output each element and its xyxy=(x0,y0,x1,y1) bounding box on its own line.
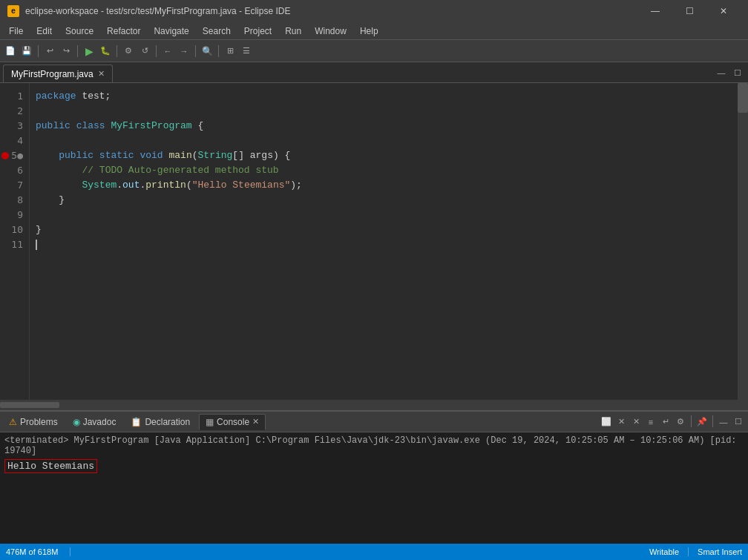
build-button[interactable]: ⚙ xyxy=(121,44,136,59)
status-sep-1 xyxy=(70,547,70,556)
tab-javadoc-label: Javadoc xyxy=(83,417,117,427)
code-content[interactable]: package test; public class MyFirstProgra… xyxy=(30,83,738,400)
undo-button[interactable]: ↩ xyxy=(42,44,57,59)
close-button[interactable]: ✕ xyxy=(706,0,741,22)
toolbar-separator-1 xyxy=(38,45,39,57)
maximize-button[interactable]: ☐ xyxy=(672,0,706,22)
bottom-panel: ⚠ Problems ◉ Javadoc 📋 Declaration ▦ Con… xyxy=(0,410,748,544)
console-clear-button[interactable]: ⬜ xyxy=(600,415,613,429)
menu-file[interactable]: File xyxy=(3,24,29,38)
minimize-button[interactable]: — xyxy=(638,0,672,22)
titlebar: e eclipse-workspace - test/src/test/MyFi… xyxy=(0,0,748,22)
line-num-11: 11 xyxy=(3,237,23,252)
console-scroll-lock[interactable]: ≡ xyxy=(644,415,657,429)
writable-status: Writable xyxy=(649,547,679,556)
editor-area: 1 2 3 4 5● 6 7 8 9 10 11 package test; xyxy=(0,83,748,400)
code-line-5: public static void main(String[] args) { xyxy=(36,148,732,163)
console-copy-button[interactable]: ✕ xyxy=(614,415,628,429)
status-right: Writable Smart Insert xyxy=(649,547,742,556)
code-line-6: // TODO Auto-generated method stub xyxy=(36,163,732,178)
console-pin-button[interactable]: 📌 xyxy=(695,415,709,429)
tab-declaration-label: Declaration xyxy=(145,417,190,427)
editor-vertical-scrollbar[interactable] xyxy=(738,83,748,400)
editor-container: 1 2 3 4 5● 6 7 8 9 10 11 package test; xyxy=(0,83,748,400)
navigate-back[interactable]: ← xyxy=(160,44,175,59)
perspective-button[interactable]: ⊞ xyxy=(223,44,237,59)
breakpoint-5 xyxy=(1,152,9,159)
line-num-9: 9 xyxy=(3,208,23,223)
h-scrollbar-thumb[interactable] xyxy=(0,402,59,408)
line-numbers: 1 2 3 4 5● 6 7 8 9 10 11 xyxy=(0,83,30,400)
insert-mode-status: Smart Insert xyxy=(698,547,742,556)
editor-tab-actions: — ☐ xyxy=(714,65,745,80)
views-button[interactable]: ☰ xyxy=(239,44,254,59)
line-num-8: 8 xyxy=(3,193,23,208)
line-num-10: 10 xyxy=(3,223,23,237)
editor-tab-myfirstprogram[interactable]: MyFirstProgram.java ✕ xyxy=(3,65,113,82)
toolbar: 📄 💾 ↩ ↪ ▶ 🐛 ⚙ ↺ ← → 🔍 ⊞ ☰ xyxy=(0,40,748,62)
refresh-button[interactable]: ↺ xyxy=(137,44,152,59)
navigate-forward[interactable]: → xyxy=(177,44,191,59)
menu-window[interactable]: Window xyxy=(309,24,352,38)
console-minimize[interactable]: — xyxy=(717,415,730,429)
toolbar-separator-4 xyxy=(156,45,157,57)
window-controls: — ☐ ✕ xyxy=(638,0,741,22)
menu-search[interactable]: Search xyxy=(197,24,237,38)
window-title: eclipse-workspace - test/src/test/MyFirs… xyxy=(25,6,632,16)
code-line-11 xyxy=(36,237,732,252)
code-line-1: package test; xyxy=(36,89,732,104)
line-num-3: 3 xyxy=(3,119,23,134)
line-num-1: 1 xyxy=(3,89,23,104)
status-sep-2 xyxy=(688,547,689,556)
menu-navigate[interactable]: Navigate xyxy=(148,24,194,38)
console-word-wrap[interactable]: ↵ xyxy=(659,415,672,429)
toolbar-separator-6 xyxy=(218,45,219,57)
code-line-4 xyxy=(36,134,732,148)
console-output[interactable]: <terminated> MyFirstProgram [Java Applic… xyxy=(0,432,748,544)
maximize-editor[interactable]: ☐ xyxy=(730,65,745,80)
toolbar-separator-2 xyxy=(77,45,78,57)
console-tab-actions: ⬜ ✕ ✕ ≡ ↵ ⚙ 📌 — ☐ xyxy=(600,415,745,429)
save-button[interactable]: 💾 xyxy=(19,44,34,59)
console-tabs: ⚠ Problems ◉ Javadoc 📋 Declaration ▦ Con… xyxy=(0,412,748,432)
redo-button[interactable]: ↪ xyxy=(59,44,73,59)
horizontal-scrollbar[interactable] xyxy=(0,400,748,410)
tab-problems-label: Problems xyxy=(20,417,58,427)
menubar: File Edit Source Refactor Navigate Searc… xyxy=(0,22,748,40)
tab-console-label: Console xyxy=(217,417,249,427)
tab-javadoc[interactable]: ◉ Javadoc xyxy=(67,414,122,430)
tab-close-button[interactable]: ✕ xyxy=(98,69,105,79)
console-header: <terminated> MyFirstProgram [Java Applic… xyxy=(4,435,744,456)
line-num-6: 6 xyxy=(3,163,23,178)
console-output-text: Hello Steemians xyxy=(4,459,744,473)
console-sep xyxy=(691,415,692,427)
minimize-editor[interactable]: — xyxy=(714,65,729,80)
new-button[interactable]: 📄 xyxy=(3,44,18,59)
tab-label: MyFirstProgram.java xyxy=(11,69,94,79)
console-maximize[interactable]: ☐ xyxy=(732,415,745,429)
javadoc-icon: ◉ xyxy=(73,417,80,427)
run-button[interactable]: ▶ xyxy=(82,44,96,59)
tab-console[interactable]: ▦ Console ✕ xyxy=(199,414,266,430)
code-line-3: public class MyFirstProgram { xyxy=(36,119,732,134)
tab-problems[interactable]: ⚠ Problems xyxy=(3,414,64,430)
debug-button[interactable]: 🐛 xyxy=(98,44,113,59)
menu-help[interactable]: Help xyxy=(354,24,384,38)
search-button[interactable]: 🔍 xyxy=(200,44,214,59)
tab-declaration[interactable]: 📋 Declaration xyxy=(125,414,196,430)
hello-steemians-output: Hello Steemians xyxy=(4,459,97,473)
menu-refactor[interactable]: Refactor xyxy=(101,24,146,38)
menu-edit[interactable]: Edit xyxy=(30,24,58,38)
console-close-button[interactable]: ✕ xyxy=(252,417,259,426)
menu-project[interactable]: Project xyxy=(238,24,278,38)
problems-icon: ⚠ xyxy=(9,417,17,427)
console-sep2 xyxy=(712,415,713,427)
console-settings[interactable]: ⚙ xyxy=(674,415,687,429)
console-terminate-button[interactable]: ✕ xyxy=(629,415,643,429)
menu-source[interactable]: Source xyxy=(59,24,99,38)
code-line-10: } xyxy=(36,223,732,237)
menu-run[interactable]: Run xyxy=(279,24,307,38)
scrollbar-thumb[interactable] xyxy=(738,83,748,113)
memory-status: 476M of 618M xyxy=(6,547,58,556)
line-num-7: 7 xyxy=(3,178,23,193)
